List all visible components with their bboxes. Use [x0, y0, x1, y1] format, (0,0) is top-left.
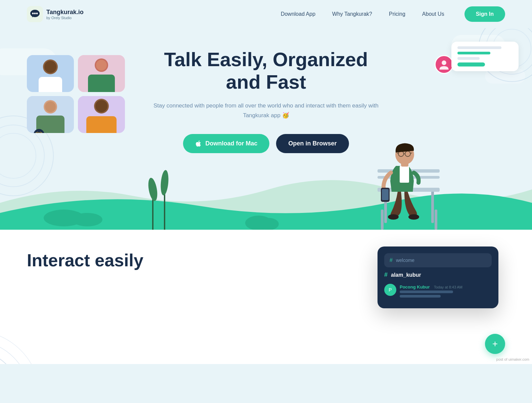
- svg-rect-7: [39, 77, 62, 92]
- user-card-1: [27, 55, 74, 92]
- hero-title: Talk Easily, Organized and Fast: [148, 48, 384, 93]
- svg-point-8: [44, 61, 56, 73]
- svg-rect-32: [381, 210, 384, 230]
- open-browser-button[interactable]: Open in Browser: [276, 134, 349, 153]
- download-mac-button[interactable]: Download for Mac: [183, 134, 269, 153]
- channel-input-placeholder: welcome: [396, 258, 414, 263]
- navbar: Tangkurak.io by Orely Studio Download Ap…: [0, 0, 532, 28]
- channel-msg-text: [400, 290, 462, 298]
- svg-point-38: [408, 214, 419, 220]
- watermark: post of uimaker.com: [496, 357, 529, 361]
- right-side-decoration: [445, 42, 512, 78]
- chat-line-1: [457, 46, 501, 49]
- chat-line-3: [457, 57, 480, 60]
- channel-message-content: Pocong Kubur Today at 8:43 AM: [400, 284, 462, 298]
- user-card-2: [78, 55, 125, 92]
- channel-header-name: alam_kubur: [391, 272, 421, 278]
- svg-point-23: [72, 213, 102, 226]
- svg-point-37: [388, 214, 399, 220]
- nav-why-tangkurak[interactable]: Why Tangkurak?: [332, 11, 372, 17]
- apple-icon: [195, 140, 202, 147]
- signin-button[interactable]: Sign In: [464, 6, 505, 22]
- nav-links: Download App Why Tangkurak? Pricing Abou…: [281, 11, 444, 17]
- svg-point-3: [34, 13, 36, 14]
- nav-pricing[interactable]: Pricing: [389, 11, 405, 17]
- deco-arcs-bottom-left: [0, 297, 74, 364]
- user-card-3: 👑: [27, 96, 74, 133]
- logo-text: Tangkurak.io by Orely Studio: [46, 9, 84, 20]
- channel-avatar: P: [384, 284, 396, 296]
- channel-header-hash: #: [384, 271, 388, 278]
- svg-rect-39: [400, 166, 409, 183]
- svg-point-12: [96, 60, 107, 71]
- hero-center-content: Talk Easily, Organized and Fast Stay con…: [148, 48, 384, 153]
- hero-buttons: Download for Mac Open in Browser: [148, 134, 384, 153]
- section2: Interact easily # welcome # alam_kubur P…: [0, 230, 532, 364]
- section2-title: Interact easily: [27, 250, 195, 271]
- svg-point-29: [259, 218, 279, 230]
- chat-bubble-button: [457, 62, 485, 66]
- logo-icon: [27, 6, 43, 22]
- channel-message: P Pocong Kubur Today at 8:43 AM: [384, 284, 492, 298]
- hero-section: 👑 Talk Easily, Organized and Fast Stay c…: [0, 28, 532, 230]
- svg-rect-33: [435, 210, 437, 230]
- channel-search-input[interactable]: # welcome: [384, 253, 492, 267]
- hero-subtitle: Stay connected with people from all over…: [148, 101, 384, 121]
- channel-msg-username: Pocong Kubur: [400, 284, 430, 289]
- nav-download-app[interactable]: Download App: [281, 11, 315, 17]
- svg-point-2: [32, 13, 34, 14]
- channel-msg-time: Today at 8:43 AM: [434, 285, 462, 289]
- svg-rect-31: [431, 189, 434, 223]
- svg-point-4: [36, 13, 38, 14]
- svg-point-51: [0, 351, 20, 364]
- svg-point-21: [442, 60, 446, 65]
- channel-hash-icon: #: [390, 257, 393, 263]
- svg-rect-48: [382, 189, 389, 200]
- chat-bubble: [451, 42, 519, 71]
- svg-rect-19: [86, 116, 117, 133]
- nav-about-us[interactable]: About Us: [422, 11, 444, 17]
- svg-point-16: [45, 101, 56, 112]
- svg-point-52: [0, 341, 30, 364]
- svg-point-25: [147, 177, 159, 202]
- svg-rect-11: [88, 75, 115, 92]
- user-card-4: [78, 96, 125, 133]
- logo[interactable]: Tangkurak.io by Orely Studio: [27, 6, 84, 22]
- channel-header: # alam_kubur: [384, 271, 492, 278]
- user-photo-grid: 👑: [27, 55, 125, 133]
- chat-line-2: [457, 52, 490, 54]
- green-waves-container: [0, 163, 532, 230]
- svg-point-53: [0, 330, 40, 364]
- svg-point-20: [95, 100, 107, 112]
- pink-avatar-circle: [435, 55, 453, 74]
- channel-mockup: # welcome # alam_kubur P Pocong Kubur To…: [378, 247, 498, 308]
- svg-point-27: [160, 170, 170, 196]
- plus-button[interactable]: +: [485, 334, 505, 354]
